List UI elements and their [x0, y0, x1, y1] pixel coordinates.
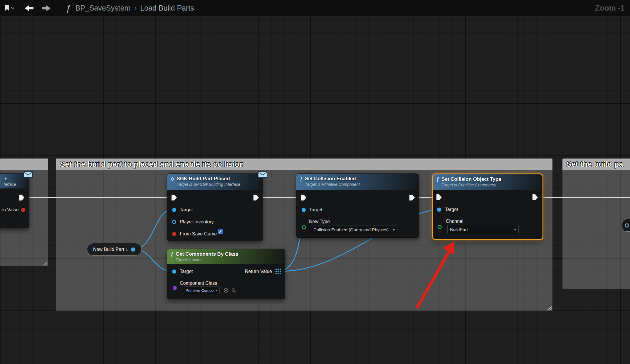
channel-label: Channel: [446, 219, 463, 224]
chevron-down-icon: ▾: [514, 227, 516, 232]
target-pin[interactable]: [172, 208, 176, 212]
exec-out-pin[interactable]: [253, 195, 259, 200]
function-icon: ƒ: [300, 176, 303, 182]
function-icon: ƒ: [171, 251, 173, 257]
from-save-game-checkbox[interactable]: ✓: [218, 229, 223, 234]
new-type-dropdown[interactable]: Collision Enabled (Query and Physics) ▾: [311, 225, 397, 234]
from-save-game-pin[interactable]: [172, 232, 176, 236]
breadcrumb-separator-icon: ›: [134, 4, 137, 13]
message-envelope-icon: [23, 171, 33, 178]
bookmark-icon: [4, 5, 10, 12]
node-title: SGK Build Part Placed: [177, 176, 240, 182]
blueprint-graph-editor: Set the build part to placed and enable …: [0, 0, 630, 364]
topbar: ƒ BP_SaveSystem › Load Build Parts Zoom …: [0, 0, 630, 16]
bookmarks-button[interactable]: [2, 0, 16, 16]
message-envelope-icon: [258, 171, 267, 178]
node-set-collision-enabled[interactable]: ƒ Set Collision Enabled Target is Primit…: [296, 173, 419, 238]
node-title: s: [5, 176, 16, 182]
back-button[interactable]: [21, 0, 38, 16]
new-type-label: New Type: [309, 219, 330, 224]
node-subtitle: Target is Actor: [176, 257, 238, 262]
return-value-label: Return Value: [245, 269, 272, 274]
component-class-label: Component Class: [180, 281, 217, 286]
target-label: Target: [180, 269, 193, 274]
node-get-components-by-class[interactable]: ƒ Get Components By Class Target is Acto…: [167, 249, 285, 299]
node-right-partial[interactable]: [622, 219, 630, 232]
new-type-pin[interactable]: [302, 225, 306, 229]
use-selected-icon[interactable]: [224, 288, 229, 293]
channel-value: BuildPart: [450, 227, 468, 232]
browse-magnifier-icon[interactable]: [231, 288, 236, 293]
variable-label: New Build Part L: [93, 247, 128, 252]
breadcrumb-root[interactable]: BP_SaveSystem: [75, 4, 131, 12]
component-class-dropdown[interactable]: Primitive Compo ▾: [183, 287, 220, 294]
breadcrumb-current[interactable]: Load Build Parts: [140, 4, 194, 12]
node-header: ◇ SGK Build Part Placed Target is BP SGK…: [167, 174, 263, 190]
exec-out-pin[interactable]: [409, 195, 415, 200]
zoom-indicator: Zoom -1: [595, 4, 625, 13]
node-subtitle: Target is Primitive Component: [441, 183, 501, 187]
component-class-value: Primitive Compo: [186, 288, 214, 293]
chevron-down-icon: ▾: [215, 289, 217, 292]
component-class-pin[interactable]: [173, 286, 177, 290]
function-icon: ƒ: [436, 176, 439, 182]
node-subtitle: Target is BP SGKBuilding Interface: [177, 182, 240, 187]
variable-out-pin[interactable]: [131, 247, 135, 252]
from-save-game-label: From Save Game: [180, 231, 217, 237]
new-type-value: Collision Enabled (Query and Physics): [313, 227, 389, 232]
target-pin[interactable]: [302, 208, 306, 212]
channel-dropdown[interactable]: BuildPart ▾: [447, 225, 519, 234]
node-title: Set Collision Object Type: [441, 176, 501, 182]
player-inventory-label: Player Inventory: [180, 219, 214, 225]
target-label: Target: [180, 207, 193, 213]
exec-in-pin[interactable]: [301, 195, 306, 200]
arrow-left-icon: [24, 5, 34, 12]
node-interface-event-partial[interactable]: s terface rn Value: [0, 173, 29, 228]
player-inventory-pin[interactable]: [172, 220, 176, 224]
arrow-right-icon: [41, 5, 51, 12]
exec-out-pin[interactable]: [19, 195, 24, 200]
function-icon: ƒ: [66, 3, 71, 13]
forward-button[interactable]: [38, 0, 55, 16]
node-set-collision-object-type[interactable]: ƒ Set Collision Object Type Target is Pr…: [432, 173, 543, 240]
exec-out-pin[interactable]: [532, 194, 538, 200]
channel-pin[interactable]: [438, 225, 442, 229]
message-node-icon: ◇: [171, 176, 174, 182]
node-subtitle: Target is Primitive Component: [305, 182, 360, 187]
chevron-down-icon: ▾: [393, 227, 395, 232]
exec-in-pin[interactable]: [436, 194, 442, 200]
node-subtitle: terface: [4, 182, 16, 187]
node-header: ƒ Get Components By Class Target is Acto…: [167, 249, 285, 264]
input-pin[interactable]: [625, 223, 629, 227]
exec-in-pin[interactable]: [172, 195, 177, 200]
node-title: Set Collision Enabled: [305, 176, 360, 182]
node-new-build-part-variable[interactable]: New Build Part L: [87, 243, 142, 256]
node-title: Get Components By Class: [176, 251, 238, 257]
target-label: Target: [309, 207, 322, 213]
node-header: ƒ Set Collision Enabled Target is Primit…: [296, 174, 419, 190]
return-value-label: rn Value: [2, 207, 19, 213]
array-grid-pin[interactable]: [275, 269, 281, 274]
return-value-pin[interactable]: [21, 208, 25, 212]
chevron-down-icon: [11, 7, 14, 10]
target-pin[interactable]: [437, 208, 441, 212]
target-pin[interactable]: [172, 269, 176, 274]
target-label: Target: [445, 207, 458, 212]
node-sgk-build-part-placed[interactable]: ◇ SGK Build Part Placed Target is BP SGK…: [167, 173, 263, 241]
node-header: ƒ Set Collision Object Type Target is Pr…: [433, 174, 542, 190]
